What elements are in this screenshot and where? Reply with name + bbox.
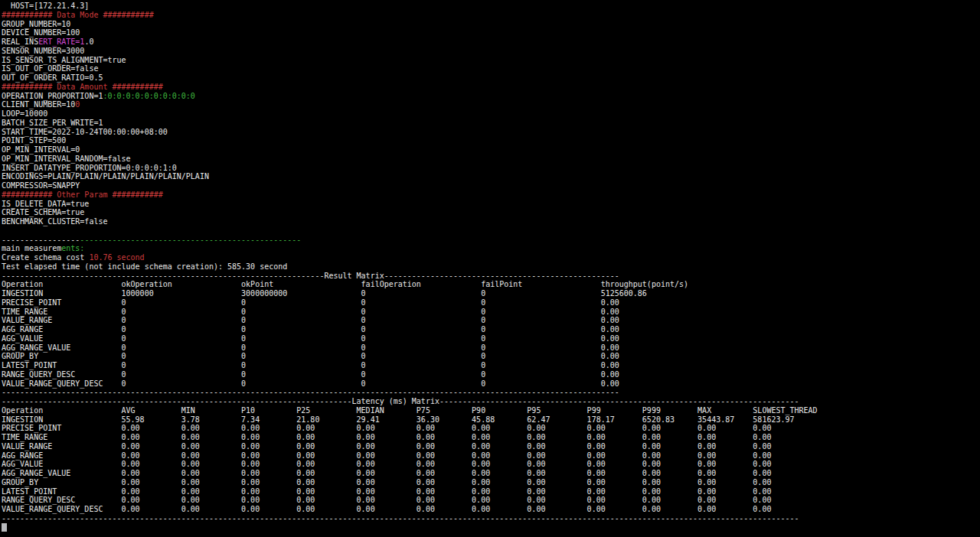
result-matrix-row: GROUP_BY 0 0 0 0 0.00 [2,352,980,361]
text-segment: Test elapsed time (not include schema cr… [2,262,287,271]
latency-matrix-row: VALUE_RANGE_QUERY_DESC 0.00 0.00 0.00 0.… [2,505,980,514]
config-line: HOST=[172.21.4.3] [2,2,980,11]
text-segment: AGG_VALUE 0.00 0.00 0.00 0.00 0.00 0.00 … [2,460,771,468]
text-segment: OUT_OF_ORDER_RATIO=0.5 [2,73,103,82]
text-segment: PRECISE_POINT 0.00 0.00 0.00 0.00 0.00 0… [2,424,771,432]
text-segment: IS_OUT_OF_ORDER=false [2,64,98,73]
config-line: ########### Data Amount ########### [2,83,980,92]
text-segment: AGG_RANGE_VALUE 0.00 0.00 0.00 0.00 0.00… [2,469,771,477]
text-segment: GROUP_BY 0.00 0.00 0.00 0.00 0.00 0.00 0… [2,478,771,487]
text-segment: ----------------------------------------… [2,388,619,396]
config-line: ENCODINGS=PLAIN/PLAIN/PLAIN/PLAIN/PLAIN/… [2,172,980,181]
text-segment: TIME_RANGE 0.00 0.00 0.00 0.00 0.00 0.00… [2,433,771,441]
result-matrix-row: RANGE_QUERY_DESC 0 0 0 0 0.00 [2,370,980,379]
text-segment: .0 [84,37,93,46]
latency-matrix-row: LATEST_POINT 0.00 0.00 0.00 0.00 0.00 0.… [2,487,980,496]
text-segment: OP_MIN_INTERVAL=0 [2,145,80,154]
latency-matrix-row: AGG_RANGE 0.00 0.00 0.00 0.00 0.00 0.00 … [2,451,980,461]
config-line: COMPRESSOR=SNAPPY [2,181,980,190]
latency-matrix-row: TIME_RANGE 0.00 0.00 0.00 0.00 0.00 0.00… [2,433,980,442]
result-matrix-row: AGG_RANGE_VALUE 0 0 0 0 0.00 [2,343,980,353]
config-line: ########### Other Param ########### [2,190,980,200]
config-line: CLIENT_NUMBER=100 [2,100,980,109]
text-segment: LATEST_POINT 0.00 0.00 0.00 0.00 0.00 0.… [2,487,771,496]
config-line: OPERATION_PROPORTION=1:0:0:0:0:0:0:0:0:0… [2,92,980,101]
text-segment: VALUE_RANGE 0.00 0.00 0.00 0.00 0.00 0.0… [2,442,771,451]
config-line: OUT_OF_ORDER_RATIO=0.5 [2,73,980,83]
text-segment: :0:0:0:0:0:0:0:0:0:0 [103,92,194,100]
config-line: ########### Data Mode ########### [2,11,980,20]
text-segment: IS_DELETE_DATA=true [2,200,89,208]
config-line: IS_DELETE_DATA=true [2,200,980,209]
text-segment: OP_MIN_INTERVAL_RANDOM=false [2,155,131,163]
text-segment: HOST=[172.21.4.3] [2,2,89,10]
result-matrix-row: INGESTION 1000000 3000000000 0 0 5125600… [2,289,980,298]
config-line: BENCHMARK_CLUSTER=false [2,217,980,226]
config-line: OP_MIN_INTERVAL=0 [2,145,980,155]
result-matrix-header-row: Operation okOperation okPoint failOperat… [2,280,980,289]
latency-matrix-header-row: Operation AVG MIN P10 P25 MEDIAN P75 P90… [2,406,980,415]
result-matrix-row: AGG_VALUE 0 0 0 0 0.00 [2,334,980,343]
config-line: ----------------------------------------… [2,236,980,245]
text-segment: AGG_VALUE 0 0 0 0 0.00 [2,334,619,343]
terminal-screen[interactable]: HOST=[172.21.4.3]########### Data Mode #… [0,0,980,537]
result-matrix-row: VALUE_RANGE 0 0 0 0 0.00 [2,316,980,325]
text-segment: TIME_RANGE 0 0 0 0 0.00 [2,308,619,316]
text-segment: RANGE_QUERY_DESC 0.00 0.00 0.00 0.00 0.0… [2,496,771,504]
text-segment: BATCH_SIZE_PER_WRITE=1 [2,119,103,127]
config-line: IS_OUT_OF_ORDER=false [2,64,980,73]
text-segment: LOOP=10000 [2,109,47,118]
text-segment: COMPRESSOR=SNAPPY [2,181,80,190]
config-line: INSERT_DATATYPE_PROPORTION=0:0:0:0:1:0 [2,164,980,173]
latency-matrix-row: INGESTION 55.98 3.78 7.34 21.80 29.41 36… [2,415,980,425]
config-line: CREATE_SCHEMA=true [2,208,980,217]
text-segment: PRECISE_POINT 0 0 0 0 0.00 [2,298,619,307]
text-segment: Operation AVG MIN P10 P25 MEDIAN P75 P90… [2,406,818,415]
text-segment: VALUE_RANGE_QUERY_DESC 0.00 0.00 0.00 0.… [2,505,771,513]
text-segment: ########### Other Param ########### [2,190,163,199]
config-line: LOOP=10000 [2,109,980,119]
config-line: Test elapsed time (not include schema cr… [2,262,980,272]
config-line: SENSOR_NUMBER=3000 [2,47,980,56]
text-segment: Operation okOperation okPoint failOperat… [2,280,688,288]
text-segment: ENCODINGS=PLAIN/PLAIN/PLAIN/PLAIN/PLAIN/… [2,172,209,181]
latency-matrix-row: AGG_VALUE 0.00 0.00 0.00 0.00 0.00 0.00 … [2,460,980,469]
result-matrix-row: TIME_RANGE 0 0 0 0 0.00 [2,308,980,317]
text-segment: BENCHMARK_CLUSTER=false [2,217,107,226]
latency-matrix-title-separator: ----------------------------------------… [2,397,980,406]
result-matrix-row: VALUE_RANGE_QUERY_DESC 0 0 0 0 0.00 [2,379,980,389]
text-segment: RANGE_QUERY_DESC 0 0 0 0 0.00 [2,370,619,379]
text-segment: INGESTION 55.98 3.78 7.34 21.80 29.41 36… [2,415,795,424]
config-line: main measurements: [2,244,980,253]
text-segment: LATEST_POINT 0 0 0 0 0.00 [2,361,619,369]
config-line: OP_MIN_INTERVAL_RANDOM=false [2,155,980,164]
latency-matrix-row: RANGE_QUERY_DESC 0.00 0.00 0.00 0.00 0.0… [2,496,980,505]
config-line: START_TIME=2022-10-24T00:00:00+08:00 [2,128,980,137]
text-segment: ERT_RATE=1 [38,37,84,46]
text-segment: START_TIME=2022-10-24T00:00:00+08:00 [2,128,168,136]
text-segment: ########### Data Mode ########### [2,11,154,19]
text-segment: 10.76 second [89,253,144,262]
latency-matrix-row: GROUP_BY 0.00 0.00 0.00 0.00 0.00 0.00 0… [2,478,980,487]
text-segment: main measurem [2,244,61,252]
text-segment: INSERT_DATATYPE_PROPORTION=0:0:0:0:1:0 [2,164,177,172]
text-segment: OPERATION_PROPORTION=1 [2,92,103,100]
result-matrix-title-separator: ----------------------------------------… [2,272,980,281]
config-line: GROUP_NUMBER=10 [2,20,980,29]
config-line: REAL_INSERT_RATE=1.0 [2,37,980,47]
text-segment: ents: [61,244,84,252]
text-segment: ########### Data Amount ########### [2,83,163,91]
config-line: POINT_STEP=500 [2,136,980,145]
text-segment: SENSOR_NUMBER=3000 [2,47,84,55]
text-segment: CLIENT_NUMBER=10 [2,100,75,109]
text-segment: Create schema cost [2,253,89,262]
text-segment: VALUE_RANGE_QUERY_DESC 0 0 0 0 0.00 [2,379,619,388]
latency-matrix-row: VALUE_RANGE 0.00 0.00 0.00 0.00 0.00 0.0… [2,442,980,451]
text-segment: ----------------- [2,236,80,244]
text-segment: IS_SENSOR_TS_ALIGNMENT=true [2,56,126,64]
text-segment: AGG_RANGE 0.00 0.00 0.00 0.00 0.00 0.00 … [2,451,771,460]
text-segment: ----------------------------------------… [2,397,799,405]
text-segment: ----------------------------------------… [2,272,619,280]
config-line [2,226,980,236]
config-line: Create schema cost 10.76 second [2,253,980,262]
